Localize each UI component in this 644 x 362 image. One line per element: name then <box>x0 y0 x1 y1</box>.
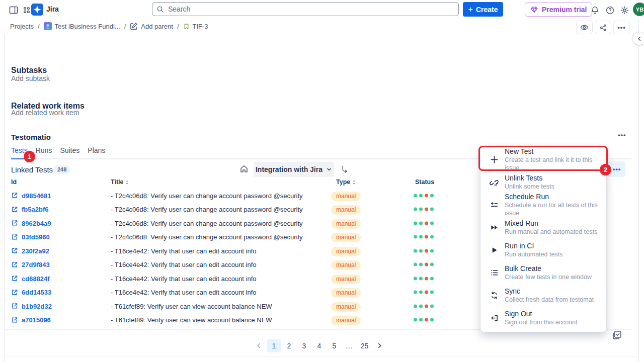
status-dot-green <box>430 235 434 239</box>
notifications-bell-icon[interactable] <box>589 5 600 16</box>
menu-item-subtitle: Run automated tests <box>505 250 562 258</box>
sign-out-icon <box>489 314 499 322</box>
status-dot-green <box>414 221 417 225</box>
menu-item-subtitle: Schedule a run for all tests of this iss… <box>505 201 600 218</box>
share-icon[interactable] <box>595 21 611 34</box>
column-header-type[interactable]: Type <box>336 178 356 186</box>
page-4[interactable]: 4 <box>312 339 326 352</box>
test-type: manual <box>331 288 361 297</box>
column-header-title[interactable]: Title <box>111 178 129 186</box>
external-link-icon <box>11 275 18 282</box>
tab-plans[interactable]: Plans <box>88 146 105 158</box>
test-id-link[interactable]: fb5a2bf6 <box>11 206 48 213</box>
test-id-link[interactable]: 27d9f843 <box>11 261 50 268</box>
menu-item-unlink-tests[interactable]: Unlink TestsUnlink some tests <box>480 171 606 194</box>
sync-icon <box>489 291 499 300</box>
page-3[interactable]: 3 <box>297 339 311 352</box>
testomatio-heading: Testomatio <box>11 133 51 141</box>
home-icon[interactable] <box>239 164 249 173</box>
breadcrumb-issue-key[interactable]: TIF-3 <box>183 23 208 30</box>
panel-right-edge <box>638 19 639 362</box>
status-dot-green <box>419 318 423 322</box>
integration-dropdown[interactable]: Integration with Jira <box>254 162 334 177</box>
status-dot-red <box>425 221 428 225</box>
test-type: manual <box>331 232 361 241</box>
menu-item-title: Mixed Run <box>505 219 597 228</box>
status-dot-green <box>419 291 423 294</box>
breadcrumb-project[interactable]: Test iBusiness Fundi... <box>44 22 120 30</box>
test-type: manual <box>331 191 361 200</box>
test-id-link[interactable]: a7015096 <box>11 316 51 324</box>
app-switcher-icon[interactable] <box>21 5 32 16</box>
settings-gear-icon[interactable] <box>619 5 630 16</box>
test-id-link[interactable]: 6dd14533 <box>11 289 51 296</box>
menu-item-mixed-run[interactable]: Mixed RunRun manual and automated tests <box>480 216 606 239</box>
tab-suites[interactable]: Suites <box>60 146 79 158</box>
chevron-left-icon[interactable] <box>252 339 266 352</box>
premium-trial-button[interactable]: Premium trial <box>525 2 592 17</box>
column-header-id[interactable]: Id <box>11 178 17 186</box>
test-id-link[interactable]: cd68824f <box>11 275 50 282</box>
add-subtask-button[interactable]: Add subtask <box>11 74 50 82</box>
page-25[interactable]: 25 <box>358 339 371 352</box>
testomatio-more-icon[interactable]: ••• <box>618 131 626 139</box>
status-dot-green <box>414 208 417 211</box>
schedule-icon <box>489 201 499 209</box>
more-horizontal-icon[interactable]: ••• <box>613 21 630 34</box>
external-link-icon <box>11 247 18 254</box>
test-id-link[interactable]: 230f2a92 <box>11 247 49 254</box>
avatar[interactable]: YB <box>633 3 644 16</box>
breadcrumb-projects[interactable]: Projects <box>10 23 34 30</box>
chevron-right-icon[interactable] <box>373 339 386 352</box>
test-title: - T61cfef89: Verify user can view accoun… <box>111 316 272 324</box>
add-parent-button[interactable]: Add parent <box>130 22 173 30</box>
page-2[interactable]: 2 <box>282 339 296 352</box>
annotation-step-2: 2 <box>600 164 611 175</box>
status-dot-red <box>425 304 428 308</box>
status-dot-red <box>425 208 428 211</box>
test-type: manual <box>331 205 361 214</box>
status-dots <box>414 304 434 308</box>
test-id-link[interactable]: d9854681 <box>11 192 51 199</box>
test-title: - T16ce4e42: Verify that user can edit a… <box>111 275 257 282</box>
sidebar-toggle-icon[interactable] <box>8 5 19 16</box>
test-id-link[interactable]: 8962b4a9 <box>11 219 51 227</box>
feedback-tasks-icon[interactable] <box>612 330 622 340</box>
column-header-status[interactable]: Status <box>415 178 434 186</box>
status-dot-green <box>414 318 417 322</box>
page-1[interactable]: 1 <box>267 339 281 352</box>
menu-item-run-in-ci[interactable]: Run in CIRun automated tests <box>480 239 606 261</box>
create-button[interactable]: + Create <box>463 2 503 17</box>
menu-item-schedule-run[interactable]: Schedule RunSchedule a run for all tests… <box>480 194 606 216</box>
breadcrumb-bar: Projects / Test iBusiness Fundi... / Add… <box>0 19 644 34</box>
test-title: - T2c4c06d8: Verify user can change acco… <box>111 206 303 213</box>
jira-logo[interactable] <box>31 4 43 16</box>
status-dot-red <box>425 235 428 239</box>
menu-item-title: Unlink Tests <box>505 174 554 183</box>
external-link-icon <box>11 303 18 310</box>
menu-item-new-test[interactable]: New TestCreate a test and link it it to … <box>480 148 606 171</box>
add-related-work-item-button[interactable]: Add related work item <box>11 109 79 117</box>
tab-runs[interactable]: Runs <box>36 146 52 158</box>
menu-item-sync[interactable]: SyncCollect fresh data from testomat <box>480 284 606 307</box>
test-id-link[interactable]: 03fd5960 <box>11 233 50 241</box>
test-id-link[interactable]: b1b92d32 <box>11 302 52 310</box>
collapse-panel-button[interactable] <box>632 32 644 45</box>
plus-icon: + <box>468 6 473 14</box>
status-dot-green <box>414 304 417 308</box>
status-dot-green <box>419 221 423 225</box>
menu-item-sign-out[interactable]: Sign OutSign out from this account <box>480 307 606 329</box>
page-5[interactable]: 5 <box>328 339 341 352</box>
external-link-icon <box>11 220 18 227</box>
breadcrumb: Projects / Test iBusiness Fundi... / Add… <box>10 19 208 33</box>
help-icon[interactable] <box>604 5 615 16</box>
pagination: 12345...25 <box>0 339 638 352</box>
menu-item-title: Run in CI <box>505 242 562 251</box>
search-input[interactable] <box>167 5 454 14</box>
test-type: manual <box>331 260 361 269</box>
branch-icon[interactable] <box>340 165 349 173</box>
menu-item-bulk-create[interactable]: Bulk CreateCreate few tests in one windo… <box>480 261 606 284</box>
status-dot-green <box>430 249 434 252</box>
watch-eye-icon[interactable] <box>576 21 593 34</box>
external-link-icon <box>11 233 18 240</box>
